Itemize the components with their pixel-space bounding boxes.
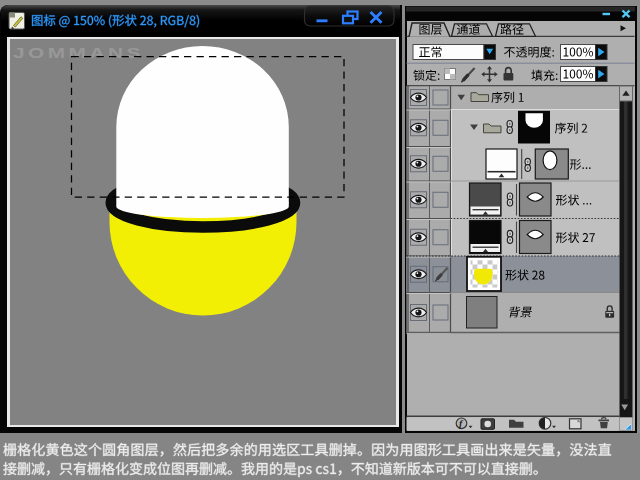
svg-text:JOMMANS: JOMMANS [13, 45, 144, 62]
